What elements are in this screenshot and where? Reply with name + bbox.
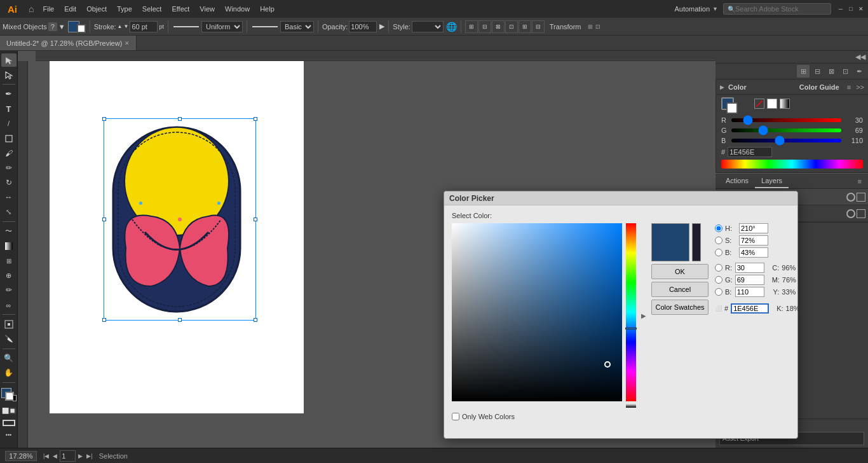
color-mode-gradient-icon[interactable] [780,99,790,109]
restore-icon[interactable]: □ [846,4,855,13]
spectrum-bar[interactable] [721,160,863,169]
align-icon-1[interactable]: ⊞ [465,20,478,33]
color-panel-menu-icon[interactable]: ≡ [847,83,851,91]
paintbrush-tool[interactable]: 🖌 [1,146,17,160]
close-tab-icon[interactable]: ✕ [125,40,130,46]
handle-bm[interactable] [178,318,182,322]
scale-tool[interactable]: ⤡ [1,205,17,219]
menu-edit[interactable]: Edit [59,3,81,15]
rect-tool[interactable] [1,132,17,145]
b-input[interactable] [739,247,768,258]
stroke-up-icon[interactable]: ▲ [118,24,123,29]
color-mode-solid-icon[interactable] [767,99,777,109]
hue-slider[interactable] [626,223,636,401]
r-radio[interactable] [715,264,722,272]
hand-tool[interactable]: ✋ [1,366,17,380]
layers-tab[interactable]: Layers [755,174,789,188]
handle-br[interactable] [254,318,257,322]
handle-mr[interactable] [254,218,257,221]
gradient-tool[interactable] [1,239,17,252]
pen-tool[interactable]: ✒ [1,87,17,100]
pencil-tool[interactable]: ✏ [1,161,17,174]
fill-stroke-boxes[interactable] [721,97,734,110]
hex-input[interactable] [728,147,772,157]
panel-icon-5[interactable]: ✒ [853,65,865,78]
warp-tool[interactable]: 〜 [1,225,17,238]
panel-icon-4[interactable]: ⊡ [839,65,851,78]
art-board-tool[interactable] [1,317,17,331]
hex-picker-input[interactable] [731,303,769,314]
only-web-colors-checkbox[interactable] [452,413,459,420]
layer-b-target-icon[interactable] [846,209,855,218]
stroke-profile-select[interactable]: Basic [280,21,314,32]
direct-select-tool[interactable] [1,68,17,81]
handle-tm[interactable] [178,117,182,121]
home-icon[interactable]: ⌂ [25,4,37,14]
more-tools-button[interactable]: ••• [1,427,17,445]
document-tab[interactable]: Untitled-2* @ 17.28% (RGB/Preview) ✕ [0,36,137,50]
panel-icon-2[interactable]: ⊟ [811,65,824,78]
layer-a-target-icon[interactable] [846,193,855,202]
last-page-icon[interactable]: ▶| [85,453,93,459]
minimize-icon[interactable]: ─ [836,4,845,13]
prev-page-icon[interactable]: ◀ [51,453,58,459]
b2-input[interactable] [735,287,764,297]
menu-object[interactable]: Object [81,3,112,15]
b2-radio[interactable] [715,288,722,296]
g-slider[interactable] [731,128,841,132]
close-icon[interactable]: ✕ [857,4,865,13]
stroke-down-icon[interactable]: ▼ [124,24,129,29]
color-guide-title[interactable]: Color Guide [799,83,839,91]
panel-collapse-icon[interactable]: ◀◀ [855,53,865,61]
menu-file[interactable]: File [37,3,59,15]
opacity-input[interactable] [349,21,377,32]
menu-help[interactable]: Help [255,3,280,15]
g-radio[interactable] [715,276,722,284]
g-input[interactable] [735,275,764,285]
selection-tool[interactable] [1,53,17,67]
automation-dropdown[interactable]: Automation ▼ [669,0,723,18]
mixed-objects-dropdown-icon[interactable]: ▼ [58,23,65,31]
search-input[interactable] [735,5,824,13]
handle-tr[interactable] [254,117,257,121]
panel-icon-1[interactable]: ⊞ [797,65,810,78]
align-icon-4[interactable]: ⊡ [505,20,518,33]
r-slider[interactable] [731,118,841,122]
layers-panel-menu-icon[interactable]: ≡ [858,177,862,185]
stroke-color-box[interactable] [726,102,738,114]
opacity-strip[interactable] [626,404,636,408]
handle-tl[interactable] [102,117,106,121]
h-radio[interactable] [715,225,722,232]
stroke-style-select[interactable]: Uniform [201,21,243,32]
globe-icon[interactable]: 🌐 [446,22,457,32]
r-input[interactable] [735,263,764,273]
cancel-button[interactable]: Cancel [651,282,709,297]
handle-bl[interactable] [102,318,106,322]
actions-tab[interactable]: Actions [719,174,755,188]
b-slider[interactable] [731,139,841,142]
layer-a-lock-icon[interactable] [857,193,865,202]
align-icon-2[interactable]: ⊟ [478,20,491,33]
align-icon-3[interactable]: ⊠ [492,20,505,33]
s-radio[interactable] [715,237,722,244]
menu-view[interactable]: View [194,3,220,15]
color-mode-none-icon[interactable] [754,99,764,109]
type-tool[interactable]: T [1,102,17,116]
b-radio[interactable] [715,249,722,256]
transform-icon-2[interactable]: ⊡ [595,24,600,30]
menu-type[interactable]: Type [112,3,137,15]
menu-effect[interactable]: Effect [166,3,194,15]
zoom-input[interactable] [5,451,37,461]
shape-builder-tool[interactable]: ⊕ [1,269,17,282]
layer-b-lock-icon[interactable] [857,209,865,218]
blend-tool[interactable]: ∞ [1,298,17,312]
align-icon-5[interactable]: ⊞ [519,20,531,33]
zoom-tool[interactable]: 🔍 [1,351,17,364]
mesh-tool[interactable]: ⊞ [1,254,17,267]
color-panel-expand-icon[interactable]: >> [856,83,864,91]
style-select[interactable] [412,21,444,32]
eyedropper-tool[interactable]: ✏ [1,284,17,297]
slice-tool[interactable]: 🔪 [1,332,17,345]
menu-window[interactable]: Window [220,3,255,15]
opacity-arrow-icon[interactable]: ▶ [379,22,384,31]
